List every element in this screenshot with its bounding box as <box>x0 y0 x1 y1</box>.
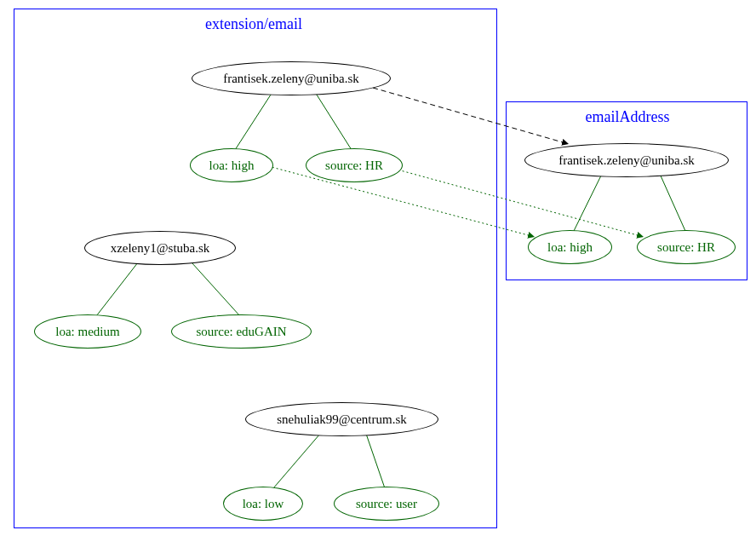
source-node-1: source: HR <box>306 148 403 182</box>
loa-node-2-label: loa: medium <box>55 325 119 339</box>
loa-node-right-label: loa: high <box>547 240 593 255</box>
email-node-1-label: frantisek.zeleny@uniba.sk <box>223 72 359 86</box>
source-node-2-label: source: eduGAIN <box>196 325 286 339</box>
loa-node-1-label: loa: high <box>209 158 255 173</box>
email-node-2: xzeleny1@stuba.sk <box>84 231 236 265</box>
email-node-2-label: xzeleny1@stuba.sk <box>111 241 210 256</box>
source-node-3-label: source: user <box>356 497 417 511</box>
loa-node-1: loa: high <box>190 148 273 182</box>
email-node-right-label: frantisek.zeleny@uniba.sk <box>558 153 695 168</box>
cluster-emailaddress-label: emailAddress <box>555 108 700 126</box>
source-node-2: source: eduGAIN <box>171 314 312 349</box>
loa-node-2: loa: medium <box>34 314 141 349</box>
email-node-3: snehuliak99@centrum.sk <box>245 402 438 436</box>
source-node-right-label: source: HR <box>657 240 715 255</box>
email-node-right: frantisek.zeleny@uniba.sk <box>524 143 729 177</box>
email-node-3-label: snehuliak99@centrum.sk <box>277 412 407 427</box>
source-node-right: source: HR <box>637 230 736 264</box>
email-node-1: frantisek.zeleny@uniba.sk <box>192 61 391 95</box>
source-node-1-label: source: HR <box>325 158 383 173</box>
loa-node-3: loa: low <box>223 487 303 521</box>
source-node-3: source: user <box>334 487 439 521</box>
cluster-extension-email-label: extension/email <box>177 15 330 33</box>
loa-node-right: loa: high <box>528 230 612 264</box>
loa-node-3-label: loa: low <box>243 497 284 511</box>
